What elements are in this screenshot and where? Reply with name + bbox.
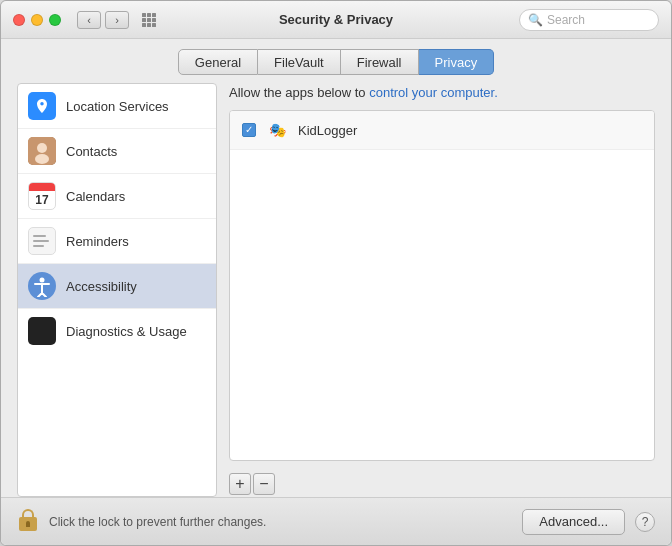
tab-privacy[interactable]: Privacy bbox=[419, 49, 495, 75]
sidebar-label-calendars: Calendars bbox=[66, 189, 125, 204]
sidebar-item-accessibility[interactable]: Accessibility bbox=[18, 264, 216, 309]
svg-point-2 bbox=[35, 154, 49, 164]
kidlogger-icon: 🎭 bbox=[266, 119, 288, 141]
sidebar-item-location[interactable]: Location Services bbox=[18, 84, 216, 129]
lock-keyhole bbox=[26, 521, 30, 527]
sidebar: Location Services Contacts 17 bbox=[17, 83, 217, 497]
tab-general[interactable]: General bbox=[178, 49, 258, 75]
search-icon: 🔍 bbox=[528, 13, 543, 27]
remove-button[interactable]: − bbox=[253, 473, 275, 495]
back-icon: ‹ bbox=[87, 14, 91, 26]
checkmark-icon: ✓ bbox=[245, 125, 253, 135]
accessibility-icon bbox=[28, 272, 56, 300]
reminders-icon bbox=[28, 227, 56, 255]
sidebar-label-diagnostics: Diagnostics & Usage bbox=[66, 324, 187, 339]
sidebar-item-reminders[interactable]: Reminders bbox=[18, 219, 216, 264]
sidebar-label-location: Location Services bbox=[66, 99, 169, 114]
search-placeholder: Search bbox=[547, 13, 585, 27]
svg-point-3 bbox=[40, 278, 45, 283]
footer: Click the lock to prevent further change… bbox=[1, 497, 671, 545]
app-list-item[interactable]: ✓ 🎭 KidLogger bbox=[230, 111, 654, 150]
calendars-icon: 17 bbox=[28, 182, 56, 210]
advanced-button[interactable]: Advanced... bbox=[522, 509, 625, 535]
lock-body bbox=[19, 517, 37, 531]
diagnostics-icon bbox=[28, 317, 56, 345]
sidebar-label-accessibility: Accessibility bbox=[66, 279, 137, 294]
window: ‹ › Security & Privacy 🔍 Search General … bbox=[0, 0, 672, 546]
grid-button[interactable] bbox=[137, 11, 161, 29]
main-content: Location Services Contacts 17 bbox=[1, 83, 671, 497]
maximize-button[interactable] bbox=[49, 14, 61, 26]
traffic-lights bbox=[13, 14, 61, 26]
svg-point-1 bbox=[37, 143, 47, 153]
forward-button[interactable]: › bbox=[105, 11, 129, 29]
kidlogger-name: KidLogger bbox=[298, 123, 357, 138]
sidebar-label-contacts: Contacts bbox=[66, 144, 117, 159]
footer-lock-text: Click the lock to prevent further change… bbox=[49, 515, 512, 529]
tab-filevault[interactable]: FileVault bbox=[258, 49, 341, 75]
lock-icon[interactable] bbox=[17, 509, 39, 535]
titlebar: ‹ › Security & Privacy 🔍 Search bbox=[1, 1, 671, 39]
window-title: Security & Privacy bbox=[279, 12, 393, 27]
sidebar-label-reminders: Reminders bbox=[66, 234, 129, 249]
search-box[interactable]: 🔍 Search bbox=[519, 9, 659, 31]
forward-icon: › bbox=[115, 14, 119, 26]
panel-description: Allow the apps below to control your com… bbox=[229, 83, 655, 102]
sidebar-item-contacts[interactable]: Contacts bbox=[18, 129, 216, 174]
app-list-container: ✓ 🎭 KidLogger bbox=[229, 110, 655, 461]
tabs-bar: General FileVault Firewall Privacy bbox=[1, 39, 671, 83]
back-button[interactable]: ‹ bbox=[77, 11, 101, 29]
help-button[interactable]: ? bbox=[635, 512, 655, 532]
sidebar-item-diagnostics[interactable]: Diagnostics & Usage bbox=[18, 309, 216, 353]
right-panel: Allow the apps below to control your com… bbox=[229, 83, 655, 497]
location-icon bbox=[28, 92, 56, 120]
sidebar-item-calendars[interactable]: 17 Calendars bbox=[18, 174, 216, 219]
list-actions: + − bbox=[229, 469, 655, 497]
contacts-icon bbox=[28, 137, 56, 165]
close-button[interactable] bbox=[13, 14, 25, 26]
minimize-button[interactable] bbox=[31, 14, 43, 26]
add-button[interactable]: + bbox=[229, 473, 251, 495]
nav-buttons: ‹ › bbox=[77, 11, 129, 29]
tab-firewall[interactable]: Firewall bbox=[341, 49, 419, 75]
kidlogger-checkbox[interactable]: ✓ bbox=[242, 123, 256, 137]
grid-icon bbox=[142, 13, 156, 27]
